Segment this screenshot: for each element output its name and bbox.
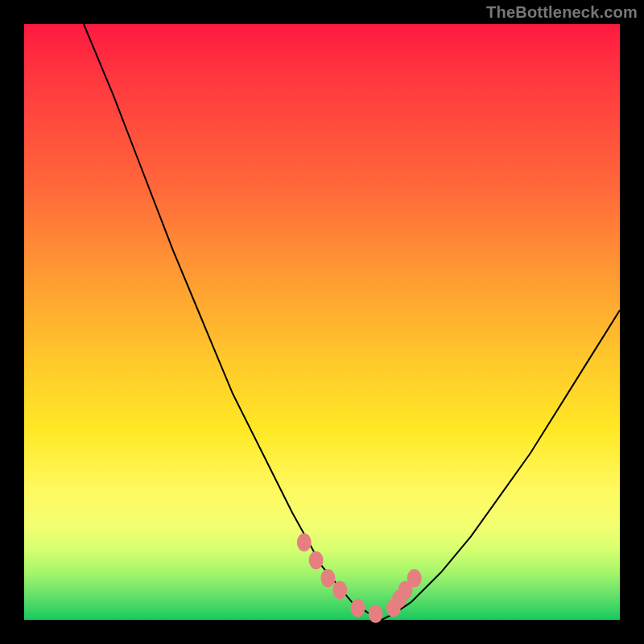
curve-layer — [24, 24, 620, 620]
marker-point — [332, 581, 347, 600]
marker-point — [320, 569, 335, 588]
marker-point — [369, 605, 383, 623]
plot-area — [24, 24, 620, 620]
chart-frame: TheBottleneck.com — [0, 0, 644, 644]
bottleneck-curve — [84, 24, 620, 620]
watermark-text: TheBottleneck.com — [486, 3, 638, 22]
marker-point — [309, 551, 324, 570]
marker-group — [297, 534, 422, 623]
marker-point — [297, 534, 312, 552]
marker-point — [407, 569, 422, 588]
marker-point — [350, 599, 365, 617]
